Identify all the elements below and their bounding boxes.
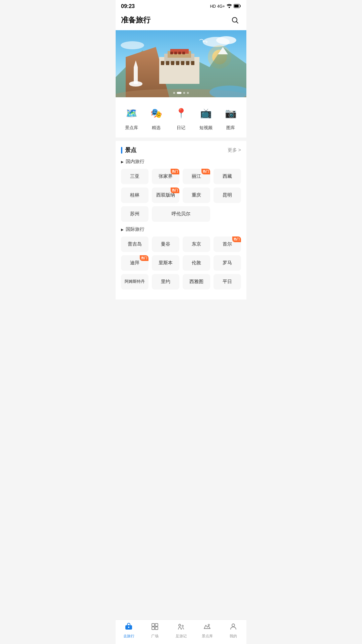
svg-point-6 <box>216 36 236 44</box>
banner-dots <box>173 92 189 94</box>
menu-item-video[interactable]: 📺 短视频 <box>197 104 215 131</box>
city-xishuangbanna[interactable]: 热门 西双版纳 <box>152 187 179 203</box>
status-time: 09:23 <box>121 3 135 9</box>
city-dubai[interactable]: 热门 迪拜 <box>121 255 148 271</box>
section-title-wrap: 景点 <box>121 146 136 154</box>
svg-rect-2 <box>234 5 239 7</box>
international-category: ▶ 国际旅行 <box>121 226 241 232</box>
city-lijiang[interactable]: 热门 丽江 <box>183 169 210 184</box>
svg-rect-28 <box>182 52 185 54</box>
svg-rect-23 <box>186 61 189 65</box>
svg-point-0 <box>229 7 230 8</box>
header: 准备旅行 <box>116 11 246 30</box>
wifi-icon <box>226 4 232 9</box>
scenery-section: 景点 更多 > ▶ 国内旅行 三亚 热门 张家界 热门 丽江 西藏 桂林 热门 … <box>116 141 246 300</box>
svg-rect-22 <box>181 61 184 65</box>
international-arrow-icon: ▶ <box>121 228 124 231</box>
city-hulunbeier[interactable]: 呼伦贝尔 <box>152 206 210 222</box>
menu-label-diary: 日记 <box>177 125 185 131</box>
city-london[interactable]: 伦敦 <box>183 255 210 271</box>
svg-rect-18 <box>161 61 164 65</box>
menu-item-featured[interactable]: 🎭 精选 <box>147 104 165 131</box>
svg-rect-27 <box>178 52 181 54</box>
hot-badge: 热门 <box>171 169 179 174</box>
menu-label-video: 短视频 <box>199 125 213 131</box>
gallery-icon: 📷 <box>222 104 240 122</box>
city-suzhou[interactable]: 苏州 <box>121 206 148 222</box>
svg-point-7 <box>121 41 144 49</box>
city-bangkok[interactable]: 曼谷 <box>152 236 179 252</box>
section-header: 景点 更多 > <box>121 146 241 154</box>
city-sanya[interactable]: 三亚 <box>121 169 148 184</box>
city-phuket[interactable]: 普吉岛 <box>121 236 148 252</box>
svg-rect-30 <box>134 67 138 84</box>
city-pingri[interactable]: 平日 <box>214 274 241 289</box>
hero-banner[interactable] <box>116 30 246 97</box>
city-lisbon[interactable]: 里斯本 <box>152 255 179 271</box>
video-icon: 📺 <box>197 104 215 122</box>
svg-rect-21 <box>176 61 179 65</box>
svg-rect-25 <box>170 52 173 54</box>
search-button[interactable] <box>229 14 241 26</box>
hot-badge: 热门 <box>232 236 241 242</box>
menu-item-gallery[interactable]: 📷 图库 <box>222 104 240 131</box>
svg-rect-24 <box>191 61 194 65</box>
domestic-category: ▶ 国内旅行 <box>121 159 241 165</box>
menu-label-featured: 精选 <box>152 125 161 131</box>
city-seattle[interactable]: 西雅图 <box>183 274 210 289</box>
status-bar: 09:23 HD 4G+ <box>116 0 246 11</box>
section-title: 景点 <box>125 146 136 154</box>
page-title: 准备旅行 <box>121 15 150 25</box>
battery-icon <box>234 4 241 9</box>
city-amsterdam[interactable]: 阿姆斯特丹 <box>121 274 148 289</box>
dot-1 <box>173 92 175 94</box>
international-label: 国际旅行 <box>126 226 144 232</box>
international-city-grid: 普吉岛 曼谷 东京 热门 首尔 热门 迪拜 里斯本 伦敦 罗马 阿姆斯特丹 里约… <box>121 236 241 289</box>
city-rio[interactable]: 里约 <box>152 274 179 289</box>
city-tokyo[interactable]: 东京 <box>183 236 210 252</box>
more-button[interactable]: 更多 > <box>228 147 241 153</box>
signal-label: 4G+ <box>217 4 225 9</box>
city-guilin[interactable]: 桂林 <box>121 187 148 203</box>
city-xizang[interactable]: 西藏 <box>214 169 241 184</box>
svg-rect-19 <box>166 61 169 65</box>
dot-4 <box>187 92 189 94</box>
section-bar <box>121 147 122 154</box>
svg-rect-20 <box>171 61 174 65</box>
dot-3 <box>183 92 185 94</box>
hot-badge: 热门 <box>201 169 210 174</box>
hd-label: HD <box>210 4 216 9</box>
city-rome[interactable]: 罗马 <box>214 255 241 271</box>
scenery-icon: 🗺️ <box>122 104 140 122</box>
domestic-label: 国内旅行 <box>126 159 144 165</box>
domestic-city-grid: 三亚 热门 张家界 热门 丽江 西藏 桂林 热门 西双版纳 重庆 昆明 苏州 呼… <box>121 169 241 222</box>
domestic-arrow-icon: ▶ <box>121 160 124 164</box>
menu-item-scenery[interactable]: 🗺️ 景点库 <box>122 104 140 131</box>
status-icons: HD 4G+ <box>210 4 241 9</box>
city-seoul[interactable]: 热门 首尔 <box>214 236 241 252</box>
svg-rect-26 <box>174 52 177 54</box>
city-chongqing[interactable]: 重庆 <box>183 187 210 203</box>
menu-label-scenery: 景点库 <box>125 125 138 131</box>
menu-item-diary[interactable]: 📍 日记 <box>172 104 190 131</box>
city-zhangjiajie[interactable]: 热门 张家界 <box>152 169 179 184</box>
hot-badge: 热门 <box>140 255 148 261</box>
menu-label-gallery: 图库 <box>226 125 235 131</box>
quick-menu: 🗺️ 景点库 🎭 精选 📍 日记 📺 短视频 📷 图库 <box>116 97 246 138</box>
city-kunming[interactable]: 昆明 <box>214 187 241 203</box>
diary-icon: 📍 <box>172 104 190 122</box>
hot-badge: 热门 <box>171 187 179 193</box>
featured-icon: 🎭 <box>147 104 165 122</box>
dot-2 <box>177 92 182 94</box>
